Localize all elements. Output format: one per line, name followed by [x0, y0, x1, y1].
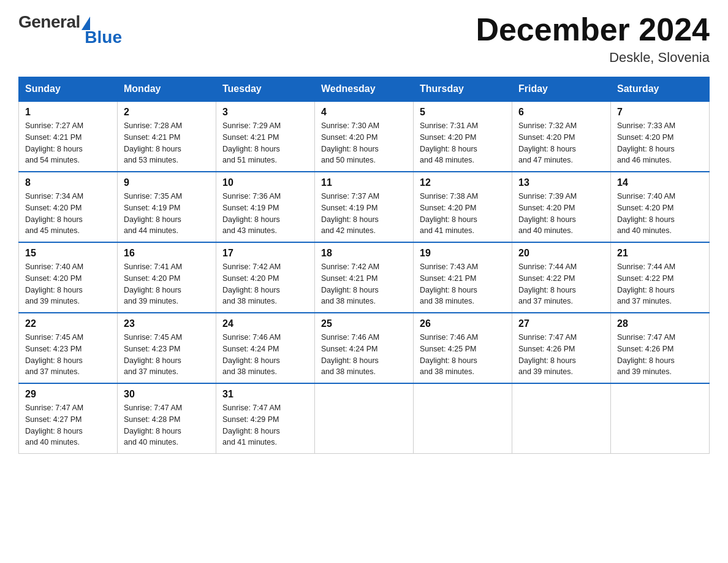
day-number: 22 [25, 318, 111, 329]
day-info: Sunrise: 7:44 AM Sunset: 4:22 PM Dayligh… [617, 261, 703, 307]
logo-blue-text: Blue [85, 28, 122, 47]
day-number: 23 [124, 318, 210, 329]
day-number: 28 [617, 318, 703, 329]
table-row: 6 Sunrise: 7:32 AM Sunset: 4:20 PM Dayli… [512, 101, 611, 172]
day-info: Sunrise: 7:41 AM Sunset: 4:20 PM Dayligh… [124, 261, 210, 307]
day-number: 1 [25, 107, 111, 118]
table-row: 4 Sunrise: 7:30 AM Sunset: 4:20 PM Dayli… [315, 101, 414, 172]
table-row: 17 Sunrise: 7:42 AM Sunset: 4:20 PM Dayl… [216, 242, 315, 313]
table-row: 9 Sunrise: 7:35 AM Sunset: 4:19 PM Dayli… [118, 172, 216, 242]
table-row: 26 Sunrise: 7:46 AM Sunset: 4:25 PM Dayl… [414, 313, 512, 383]
table-row [414, 383, 512, 454]
table-row: 8 Sunrise: 7:34 AM Sunset: 4:20 PM Dayli… [19, 172, 118, 242]
day-info: Sunrise: 7:39 AM Sunset: 4:20 PM Dayligh… [518, 191, 604, 237]
day-number: 12 [420, 177, 506, 188]
day-info: Sunrise: 7:47 AM Sunset: 4:28 PM Dayligh… [124, 402, 210, 448]
day-number: 8 [25, 177, 111, 188]
day-number: 13 [518, 177, 604, 188]
day-info: Sunrise: 7:47 AM Sunset: 4:29 PM Dayligh… [222, 402, 308, 448]
day-info: Sunrise: 7:37 AM Sunset: 4:19 PM Dayligh… [321, 191, 407, 237]
table-row: 30 Sunrise: 7:47 AM Sunset: 4:28 PM Dayl… [118, 383, 216, 454]
table-row: 19 Sunrise: 7:43 AM Sunset: 4:21 PM Dayl… [414, 242, 512, 313]
day-number: 26 [420, 318, 506, 329]
table-row: 2 Sunrise: 7:28 AM Sunset: 4:21 PM Dayli… [118, 101, 216, 172]
day-number: 10 [222, 177, 308, 188]
day-info: Sunrise: 7:44 AM Sunset: 4:22 PM Dayligh… [518, 261, 604, 307]
header-friday: Friday [512, 77, 611, 102]
day-number: 30 [124, 389, 210, 400]
day-info: Sunrise: 7:42 AM Sunset: 4:21 PM Dayligh… [321, 261, 407, 307]
table-row [315, 383, 414, 454]
day-info: Sunrise: 7:32 AM Sunset: 4:20 PM Dayligh… [518, 120, 604, 166]
day-number: 15 [25, 248, 111, 259]
day-number: 21 [617, 248, 703, 259]
title-section: December 2024 Deskle, Slovenia [476, 12, 710, 66]
day-number: 31 [222, 389, 308, 400]
day-number: 14 [617, 177, 703, 188]
day-number: 9 [124, 177, 210, 188]
day-number: 25 [321, 318, 407, 329]
day-info: Sunrise: 7:34 AM Sunset: 4:20 PM Dayligh… [25, 191, 111, 237]
table-row: 28 Sunrise: 7:47 AM Sunset: 4:26 PM Dayl… [611, 313, 710, 383]
day-info: Sunrise: 7:40 AM Sunset: 4:20 PM Dayligh… [617, 191, 703, 237]
day-info: Sunrise: 7:47 AM Sunset: 4:26 PM Dayligh… [518, 332, 604, 378]
table-row: 10 Sunrise: 7:36 AM Sunset: 4:19 PM Dayl… [216, 172, 315, 242]
location: Deskle, Slovenia [476, 50, 710, 66]
table-row: 7 Sunrise: 7:33 AM Sunset: 4:20 PM Dayli… [611, 101, 710, 172]
day-info: Sunrise: 7:46 AM Sunset: 4:25 PM Dayligh… [420, 332, 506, 378]
day-number: 7 [617, 107, 703, 118]
table-row [512, 383, 611, 454]
table-row: 13 Sunrise: 7:39 AM Sunset: 4:20 PM Dayl… [512, 172, 611, 242]
table-row: 11 Sunrise: 7:37 AM Sunset: 4:19 PM Dayl… [315, 172, 414, 242]
header-monday: Monday [118, 77, 216, 102]
calendar-table: Sunday Monday Tuesday Wednesday Thursday… [18, 77, 710, 454]
day-number: 6 [518, 107, 604, 118]
day-info: Sunrise: 7:42 AM Sunset: 4:20 PM Dayligh… [222, 261, 308, 307]
day-number: 19 [420, 248, 506, 259]
table-row: 25 Sunrise: 7:46 AM Sunset: 4:24 PM Dayl… [315, 313, 414, 383]
table-row: 15 Sunrise: 7:40 AM Sunset: 4:20 PM Dayl… [19, 242, 118, 313]
day-number: 29 [25, 389, 111, 400]
day-number: 3 [222, 107, 308, 118]
header-sunday: Sunday [19, 77, 118, 102]
table-row: 27 Sunrise: 7:47 AM Sunset: 4:26 PM Dayl… [512, 313, 611, 383]
day-number: 18 [321, 248, 407, 259]
page-header: General General Blue December 2024 Deskl… [18, 12, 710, 66]
day-number: 20 [518, 248, 604, 259]
calendar-week-row: 22 Sunrise: 7:45 AM Sunset: 4:23 PM Dayl… [19, 313, 710, 383]
header-wednesday: Wednesday [315, 77, 414, 102]
calendar-week-row: 1 Sunrise: 7:27 AM Sunset: 4:21 PM Dayli… [19, 101, 710, 172]
month-title: December 2024 [476, 12, 710, 47]
day-info: Sunrise: 7:35 AM Sunset: 4:19 PM Dayligh… [124, 191, 210, 237]
day-number: 4 [321, 107, 407, 118]
table-row: 3 Sunrise: 7:29 AM Sunset: 4:21 PM Dayli… [216, 101, 315, 172]
day-info: Sunrise: 7:30 AM Sunset: 4:20 PM Dayligh… [321, 120, 407, 166]
logo: General General Blue [18, 12, 122, 49]
day-info: Sunrise: 7:45 AM Sunset: 4:23 PM Dayligh… [25, 332, 111, 378]
table-row: 23 Sunrise: 7:45 AM Sunset: 4:23 PM Dayl… [118, 313, 216, 383]
day-info: Sunrise: 7:28 AM Sunset: 4:21 PM Dayligh… [124, 120, 210, 166]
table-row: 20 Sunrise: 7:44 AM Sunset: 4:22 PM Dayl… [512, 242, 611, 313]
day-info: Sunrise: 7:46 AM Sunset: 4:24 PM Dayligh… [321, 332, 407, 378]
table-row: 14 Sunrise: 7:40 AM Sunset: 4:20 PM Dayl… [611, 172, 710, 242]
day-info: Sunrise: 7:27 AM Sunset: 4:21 PM Dayligh… [25, 120, 111, 166]
day-info: Sunrise: 7:29 AM Sunset: 4:21 PM Dayligh… [222, 120, 308, 166]
table-row: 31 Sunrise: 7:47 AM Sunset: 4:29 PM Dayl… [216, 383, 315, 454]
day-info: Sunrise: 7:46 AM Sunset: 4:24 PM Dayligh… [222, 332, 308, 378]
table-row: 24 Sunrise: 7:46 AM Sunset: 4:24 PM Dayl… [216, 313, 315, 383]
day-info: Sunrise: 7:47 AM Sunset: 4:26 PM Dayligh… [617, 332, 703, 378]
table-row: 1 Sunrise: 7:27 AM Sunset: 4:21 PM Dayli… [19, 101, 118, 172]
day-info: Sunrise: 7:36 AM Sunset: 4:19 PM Dayligh… [222, 191, 308, 237]
day-number: 2 [124, 107, 210, 118]
calendar-week-row: 29 Sunrise: 7:47 AM Sunset: 4:27 PM Dayl… [19, 383, 710, 454]
day-info: Sunrise: 7:45 AM Sunset: 4:23 PM Dayligh… [124, 332, 210, 378]
day-info: Sunrise: 7:47 AM Sunset: 4:27 PM Dayligh… [25, 402, 111, 448]
header-thursday: Thursday [414, 77, 512, 102]
table-row: 12 Sunrise: 7:38 AM Sunset: 4:20 PM Dayl… [414, 172, 512, 242]
table-row: 21 Sunrise: 7:44 AM Sunset: 4:22 PM Dayl… [611, 242, 710, 313]
header-saturday: Saturday [611, 77, 710, 102]
day-number: 24 [222, 318, 308, 329]
day-info: Sunrise: 7:40 AM Sunset: 4:20 PM Dayligh… [25, 261, 111, 307]
table-row: 18 Sunrise: 7:42 AM Sunset: 4:21 PM Dayl… [315, 242, 414, 313]
day-info: Sunrise: 7:31 AM Sunset: 4:20 PM Dayligh… [420, 120, 506, 166]
